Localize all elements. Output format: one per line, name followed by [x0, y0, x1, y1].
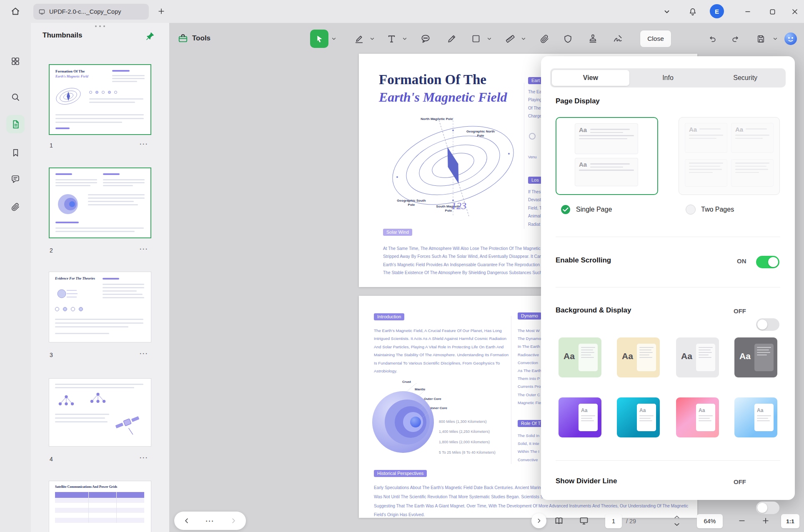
sidebar-item-search[interactable] [7, 89, 24, 105]
stamp-icon [588, 34, 598, 44]
theme-swatch-teal[interactable]: Aa [617, 397, 660, 437]
measure-tool-button[interactable] [502, 30, 518, 47]
single-page-option[interactable]: Single Page [561, 205, 612, 215]
attach-tool-button[interactable] [536, 30, 553, 47]
home-button[interactable] [8, 3, 23, 19]
home-icon [10, 6, 20, 16]
stamp-tool-button[interactable] [584, 30, 601, 47]
page-layout-button[interactable] [551, 513, 566, 528]
monitor-icon [579, 516, 589, 526]
theme-swatch-pink[interactable]: Aa [676, 397, 719, 437]
new-tab-button[interactable] [155, 5, 168, 17]
preview-sample-text: Aa [579, 127, 587, 133]
pencil-tool-button[interactable] [443, 30, 460, 47]
undo-button[interactable] [705, 31, 720, 46]
user-avatar[interactable]: E [710, 4, 724, 18]
page-nav-menu-button[interactable]: ··· [203, 514, 217, 527]
thumbnail-page-2[interactable] [49, 167, 151, 238]
comment-tool-button[interactable] [417, 30, 434, 47]
prev-page-button[interactable] [180, 514, 193, 527]
measurement-4: 5 To 25 Miles (8 To 40 Kilometers) [439, 450, 496, 455]
sticker-tool-button[interactable] [559, 30, 576, 47]
two-pages-option[interactable]: Two Pages [686, 205, 734, 215]
thumbnail-page-3[interactable]: Evidence For The Theories [49, 272, 151, 342]
thumbnail-1-row: 1 ··· [50, 142, 150, 149]
theme-swatch-lightblue[interactable]: Aa [734, 397, 777, 437]
annotate-tool-chevron-icon[interactable] [370, 36, 375, 41]
close-tools-button[interactable]: Close [640, 30, 671, 47]
single-page-preview-card[interactable]: Aa Aa [556, 117, 658, 195]
thumb1-menu-button[interactable]: ··· [140, 140, 148, 147]
panel-drag-handle[interactable] [92, 25, 108, 30]
collapse-toolbar-button[interactable] [660, 5, 674, 18]
thumb3-menu-button[interactable]: ··· [140, 350, 148, 357]
page1-title-line2: Earth's Magnetic Field [379, 90, 507, 105]
zoom-in-button[interactable] [758, 513, 773, 528]
save-chevron-icon[interactable] [773, 36, 778, 41]
document-tab[interactable]: UPDF-2.0-c..._Copy_Copy [33, 4, 149, 20]
thumb2-menu-button[interactable]: ··· [140, 245, 148, 252]
thumbnail-page-1[interactable]: Formation Of The Earth's Magnetic Field [49, 64, 151, 135]
show-divider-toggle[interactable] [756, 502, 779, 514]
shape-tool-chevron-icon[interactable] [487, 36, 492, 41]
paperclip-icon [539, 34, 550, 44]
tab-view[interactable]: View [552, 70, 629, 86]
shape-tool-button[interactable] [468, 30, 484, 47]
zoom-out-button[interactable] [734, 513, 749, 528]
background-display-toggle[interactable] [756, 318, 779, 331]
page1-title-line1: Formation Of The [379, 72, 486, 87]
maximize-button[interactable] [765, 5, 780, 19]
sidebar-item-comments[interactable] [7, 171, 24, 187]
minimize-button[interactable] [740, 5, 755, 19]
sidebar-item-attachments[interactable] [7, 199, 24, 215]
select-tool-button[interactable] [310, 30, 328, 48]
thumbnails-panel: Thumbnails Formation Of The Earth's Magn… [31, 23, 169, 532]
tools-button[interactable]: Tools [173, 29, 215, 48]
page-number-input[interactable] [605, 514, 622, 528]
sidebar-item-bookmarks[interactable] [7, 144, 24, 161]
text-tool-button[interactable] [383, 30, 400, 47]
background-swatch-gray[interactable]: Aa [676, 337, 719, 377]
bell-icon [688, 7, 697, 16]
chevron-up-icon [674, 515, 680, 519]
thumb4-menu-button[interactable]: ··· [140, 454, 148, 461]
grid-icon [10, 56, 20, 66]
page1-annotation-123[interactable]: 123 [451, 200, 466, 212]
signature-tool-button[interactable] [610, 30, 626, 47]
save-button[interactable] [753, 31, 768, 46]
measure-tool-chevron-icon[interactable] [521, 36, 526, 41]
sidebar-item-grid[interactable] [7, 53, 24, 70]
background-swatch-sepia[interactable]: Aa [617, 337, 660, 377]
actual-size-button[interactable]: 1:1 [781, 514, 799, 528]
tab-security[interactable]: Security [706, 70, 784, 86]
sidebar-item-thumbnails[interactable] [6, 115, 25, 133]
thumbnail-page-4[interactable] [49, 378, 151, 447]
zoom-level-button[interactable]: 64% [697, 514, 723, 528]
show-divider-label: Show Divider Line [556, 477, 617, 485]
two-pages-preview-card[interactable]: Aa Aa [679, 117, 780, 195]
close-icon [791, 8, 798, 15]
dynamo-badge: Dynamo [518, 312, 541, 320]
notifications-button[interactable] [686, 5, 700, 19]
background-swatch-dark[interactable]: Aa [734, 337, 777, 377]
pin-panel-button[interactable] [143, 29, 158, 44]
next-page-button[interactable] [227, 514, 240, 527]
text-tool-chevron-icon[interactable] [402, 36, 407, 41]
select-tool-chevron-icon[interactable] [331, 36, 336, 41]
ai-assistant-button[interactable] [784, 32, 797, 45]
theme-swatch-purple[interactable]: Aa [559, 397, 601, 437]
tab-info[interactable]: Info [629, 70, 707, 86]
annotate-tool-button[interactable] [351, 30, 367, 47]
background-swatch-green[interactable]: Aa [559, 337, 601, 377]
divider [556, 287, 780, 287]
preview-sample-text: Aa [735, 126, 743, 132]
expand-bottom-bar-button[interactable] [531, 513, 546, 528]
page-stepper[interactable] [673, 515, 681, 528]
redo-button[interactable] [728, 31, 743, 46]
fit-label: 1:1 [786, 518, 794, 525]
enable-scrolling-toggle[interactable] [756, 256, 779, 268]
close-window-button[interactable] [788, 5, 802, 19]
thumbnail-page-5[interactable]: Satellite Communications And Power Grids [49, 481, 151, 532]
signature-icon [613, 33, 624, 44]
presentation-mode-button[interactable] [576, 513, 591, 528]
